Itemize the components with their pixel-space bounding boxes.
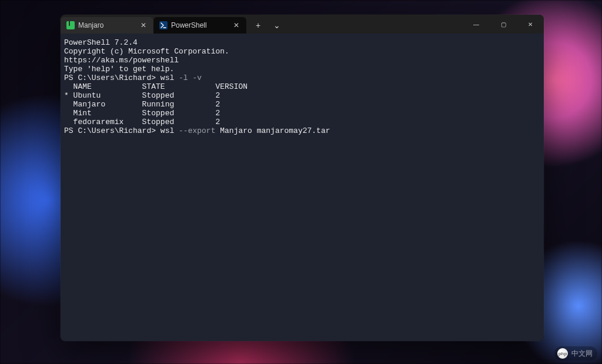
php-logo-icon: php [557,348,568,359]
cmd-args: -l -v [179,74,202,82]
table-row: fedoraremix Stopped 2 [64,118,540,126]
new-tab-button[interactable]: + [250,17,266,34]
cmd: wsl [160,74,179,82]
tab-label: Manjaro [78,21,135,29]
terminal-body[interactable]: PowerShell 7.2.4Copyright (c) Microsoft … [61,34,544,341]
table-row: Mint Stopped 2 [64,109,540,118]
terminal-window: Manjaro ✕ PowerShell ✕ + ⌄ — ▢ [61,15,544,341]
manjaro-icon [66,21,75,29]
tab-manjaro[interactable]: Manjaro ✕ [61,17,153,34]
terminal-line: Type 'help' to get help. [64,65,540,74]
terminal-line: Copyright (c) Microsoft Corporation. [64,47,540,56]
close-window-button[interactable]: ✕ [517,15,544,34]
maximize-icon: ▢ [501,21,506,28]
table-header: NAME STATE VERSION [64,82,540,91]
terminal-line: PowerShell 7.2.4 [64,38,540,47]
tab-label: PowerShell [171,21,228,29]
tabbar-extras: + ⌄ [246,15,285,34]
close-icon: ✕ [528,21,533,28]
prompt-prefix: PS C:\Users\Richard> [64,74,160,82]
minimize-button[interactable]: — [463,15,490,34]
terminal-line: https://aka.ms/powershell [64,56,540,65]
terminal-line: PS C:\Users\Richard> wsl --export Manjar… [64,126,540,135]
maximize-button[interactable]: ▢ [490,15,517,34]
cmd-flag: --export [179,126,220,135]
minimize-icon: — [473,21,479,28]
cmd-args: Manjaro manjaromay27.tar [220,126,330,135]
titlebar-drag-region[interactable] [285,15,463,34]
site-watermark: php 中文网 [554,346,597,360]
table-row: * Ubuntu Stopped 2 [64,91,540,100]
chevron-down-icon: ⌄ [273,21,280,30]
tab-dropdown-button[interactable]: ⌄ [269,17,285,34]
close-icon[interactable]: ✕ [138,21,149,29]
plus-icon: + [256,21,260,30]
titlebar[interactable]: Manjaro ✕ PowerShell ✕ + ⌄ — ▢ [61,15,544,34]
close-icon[interactable]: ✕ [231,21,242,29]
tab-powershell[interactable]: PowerShell ✕ [153,17,246,34]
table-row: Manjaro Running 2 [64,100,540,109]
prompt-prefix: PS C:\Users\Richard> [64,126,160,135]
watermark-text: 中文网 [571,349,593,359]
powershell-icon [159,21,168,29]
cmd: wsl [160,126,179,135]
window-controls: — ▢ ✕ [463,15,544,34]
terminal-line: PS C:\Users\Richard> wsl -l -v [64,74,540,82]
